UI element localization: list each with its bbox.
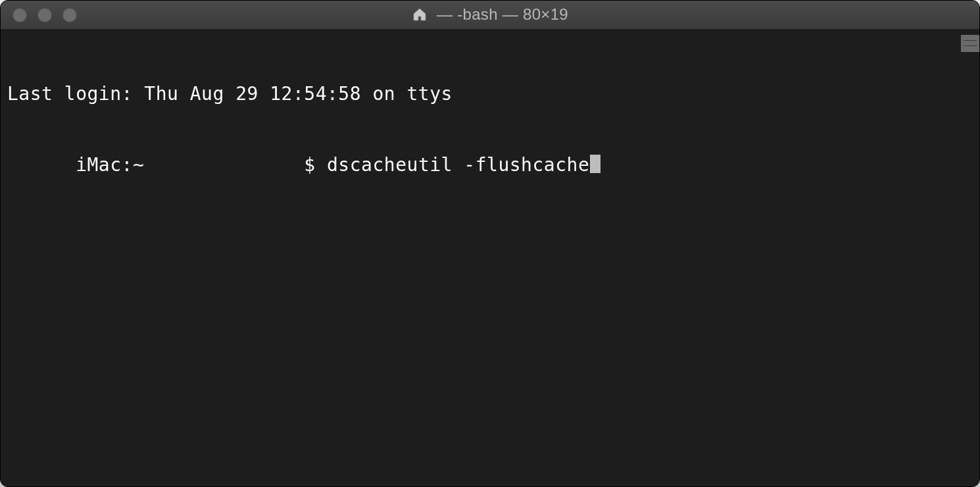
last-login-line: Last login: Thu Aug 29 12:54:58 on ttys	[7, 82, 954, 106]
prompt-symbol: $	[304, 154, 327, 176]
home-icon	[412, 7, 428, 22]
traffic-lights	[1, 8, 77, 22]
terminal-area[interactable]: Last login: Thu Aug 29 12:54:58 on ttys …	[1, 30, 979, 486]
prompt-line[interactable]: iMac:~ $ dscacheutil -flushcache	[7, 153, 954, 177]
zoom-button[interactable]	[62, 8, 77, 22]
title-center: — -bash — 80×19	[1, 5, 979, 24]
window-title: — -bash — 80×19	[437, 5, 568, 24]
prompt-host: iMac:~	[7, 154, 304, 176]
terminal-output[interactable]: Last login: Thu Aug 29 12:54:58 on ttys …	[1, 30, 961, 486]
titlebar[interactable]: — -bash — 80×19	[1, 1, 979, 30]
scrollbar[interactable]	[961, 30, 979, 486]
command-text[interactable]: dscacheutil -flushcache	[327, 154, 589, 176]
terminal-window: — -bash — 80×19 Last login: Thu Aug 29 1…	[0, 0, 980, 487]
cursor	[590, 155, 600, 173]
scrollbar-thumb[interactable]	[961, 35, 979, 52]
minimize-button[interactable]	[37, 8, 52, 22]
close-button[interactable]	[12, 8, 27, 22]
